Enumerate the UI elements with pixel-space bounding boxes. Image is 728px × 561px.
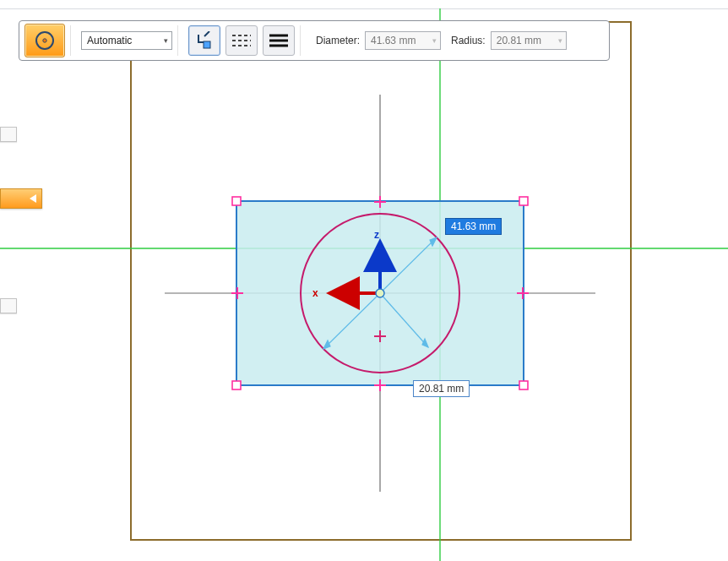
mode-dropdown-label: Automatic <box>87 35 132 46</box>
diameter-dimension-box[interactable]: 41.63 mm <box>445 218 502 235</box>
radius-label: Radius: <box>451 35 486 46</box>
diameter-dimension-value: 41.63 mm <box>451 221 496 232</box>
mode-dropdown[interactable]: Automatic ▾ <box>81 31 172 50</box>
drawing-canvas[interactable]: x z 41.63 mm 20.81 mm <box>0 0 728 561</box>
svg-rect-9 <box>232 197 241 205</box>
svg-rect-2 <box>204 41 210 48</box>
x-axis-label: x <box>312 287 318 299</box>
chevron-down-icon: ▾ <box>432 36 437 45</box>
radius-value: 20.81 mm <box>497 35 541 46</box>
solid-lines-icon <box>269 33 289 48</box>
dashed-lines-icon <box>231 33 252 48</box>
diameter-label: Diameter: <box>316 35 360 46</box>
radius-dimension-value: 20.81 mm <box>419 383 464 395</box>
diameter-value: 41.63 mm <box>371 35 416 46</box>
chevron-down-icon: ▾ <box>558 36 562 45</box>
toolbar: Automatic ▾ Diameter: 41. <box>19 20 610 61</box>
radius-input[interactable]: 20.81 mm ▾ <box>491 31 567 50</box>
snap-icon <box>195 31 214 50</box>
snap-toggle-button[interactable] <box>188 25 220 56</box>
z-axis-label: z <box>374 229 379 241</box>
circle-icon <box>33 29 57 52</box>
line-style-solid-button[interactable] <box>263 25 295 56</box>
svg-rect-12 <box>519 381 528 389</box>
diameter-input[interactable]: 41.63 mm ▾ <box>365 31 441 50</box>
line-style-dashed-button[interactable] <box>225 25 258 56</box>
svg-point-1 <box>43 39 46 42</box>
circle-tool-button[interactable] <box>24 24 65 57</box>
chevron-down-icon: ▾ <box>164 36 168 45</box>
svg-rect-10 <box>519 197 528 205</box>
radius-dimension-box[interactable]: 20.81 mm <box>413 380 470 397</box>
svg-rect-11 <box>232 381 241 389</box>
origin-marker <box>376 289 384 297</box>
